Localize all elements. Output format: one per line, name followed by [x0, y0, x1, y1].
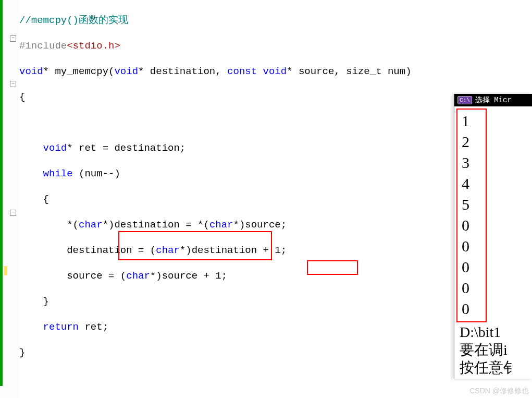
code-keyword: return: [19, 321, 79, 333]
code-keyword: char: [209, 219, 233, 231]
changed-bar: [0, 0, 3, 386]
console-line: D:\bit1: [460, 323, 530, 341]
code-text: }: [19, 296, 49, 307]
highlight-box-output: [456, 108, 487, 322]
editor-gutter: − − −: [0, 0, 19, 398]
code-keyword: char: [126, 270, 150, 282]
code-text: ret;: [79, 321, 108, 333]
code-keyword: char: [79, 219, 103, 231]
code-text: *)source;: [233, 219, 287, 231]
code-text: #include: [19, 40, 67, 52]
console-line: 按任意钅: [460, 359, 530, 377]
console-window: C:\ 选择 Micr 1 2 3 4 5 0 0 0 0 0 D:\bit1 …: [454, 94, 532, 379]
code-keyword: void: [114, 66, 138, 77]
fold-icon[interactable]: −: [10, 81, 16, 87]
code-keyword: void: [19, 66, 43, 77]
fold-icon[interactable]: −: [10, 210, 16, 216]
code-text: (num--): [73, 168, 120, 179]
console-icon: C:\: [457, 96, 472, 104]
console-line: 要在调i: [460, 341, 530, 359]
code-text: *(: [19, 219, 79, 231]
highlight-box-text: [307, 260, 358, 275]
code-keyword: void: [19, 142, 67, 154]
code-text: {: [19, 194, 49, 205]
yellow-marker: [4, 266, 7, 275]
code-comment: //memcpy()函数的实现: [19, 15, 128, 26]
code-text: * destination,: [138, 66, 227, 77]
code-text: * my_memcpy(: [43, 66, 115, 77]
code-text: source = (: [19, 270, 126, 282]
code-text: *)source + 1;: [150, 270, 227, 282]
code-text: *)destination = *(: [103, 219, 209, 231]
code-editor: − − − //memcpy()函数的实现 #include<stdio.h> …: [0, 0, 532, 398]
code-text: [257, 66, 263, 77]
watermark: CSDN @修修修也: [469, 387, 529, 396]
console-titlebar[interactable]: C:\ 选择 Micr: [454, 94, 532, 106]
highlight-box-arr: [118, 231, 272, 260]
fold-icon[interactable]: −: [10, 35, 16, 42]
code-keyword: void: [263, 66, 287, 77]
code-keyword: const: [227, 66, 257, 77]
console-extra: D:\bit1 要在调i 按任意钅: [454, 321, 532, 379]
code-text: * ret = destination;: [67, 142, 185, 154]
code-keyword: while: [19, 168, 73, 179]
code-text: <stdio.h>: [67, 40, 120, 52]
code-text: }: [19, 347, 25, 358]
code-text: * source, size_t num): [287, 66, 411, 77]
code-text: {: [19, 91, 25, 103]
console-title-text: 选择 Micr: [475, 95, 512, 105]
